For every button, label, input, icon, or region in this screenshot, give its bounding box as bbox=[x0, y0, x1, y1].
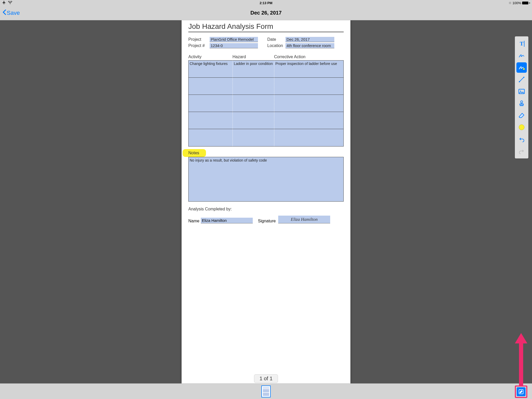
document-page[interactable]: Job Hazard Analysis Form Project PlanGri… bbox=[182, 20, 350, 383]
wifi-icon bbox=[8, 1, 12, 5]
corrective-cell[interactable] bbox=[274, 112, 343, 129]
status-time: 2:13 PM bbox=[260, 1, 272, 5]
signature-label: Signature bbox=[258, 219, 278, 223]
notes-field[interactable]: No injury as a result, but violation of … bbox=[188, 157, 344, 202]
activity-cell[interactable] bbox=[189, 95, 233, 112]
projectnum-label: Project # bbox=[188, 43, 210, 48]
signer-name-label: Name bbox=[188, 219, 201, 223]
chevron-left-icon bbox=[3, 9, 6, 17]
line-icon bbox=[518, 76, 525, 83]
hazard-cell[interactable] bbox=[233, 112, 274, 129]
hazard-table: Change lighting fixtures Ladder in poor … bbox=[188, 60, 344, 147]
stamp-tool-button[interactable] bbox=[516, 98, 527, 109]
bottom-bar bbox=[0, 383, 532, 399]
activity-header: Activity bbox=[188, 55, 232, 59]
annotation-toolbar: T bbox=[515, 36, 528, 158]
airplane-icon bbox=[2, 1, 6, 5]
page-indicator: 1 of 1 bbox=[254, 374, 278, 383]
redo-icon bbox=[518, 148, 525, 154]
hazard-cell[interactable] bbox=[233, 95, 274, 112]
stamp-icon bbox=[518, 100, 525, 107]
highlighter-tool-button[interactable] bbox=[516, 62, 527, 73]
date-label: Date bbox=[267, 37, 285, 42]
svg-point-6 bbox=[520, 90, 521, 91]
hazard-cell[interactable] bbox=[233, 129, 274, 146]
date-field[interactable]: Dec 26, 2017 bbox=[285, 37, 334, 42]
back-button[interactable]: Save bbox=[3, 9, 20, 17]
text-icon: T bbox=[520, 41, 523, 47]
highlighter-icon bbox=[518, 64, 525, 71]
project-label: Project bbox=[188, 37, 210, 42]
activity-cell[interactable]: Change lighting fixtures bbox=[189, 61, 233, 77]
eraser-icon bbox=[518, 112, 525, 118]
corrective-cell[interactable] bbox=[274, 78, 343, 95]
nav-bar: Save Dec 26, 2017 bbox=[0, 6, 532, 20]
hazard-cell[interactable] bbox=[233, 78, 274, 95]
notes-label: Notes bbox=[188, 151, 344, 155]
redo-button[interactable] bbox=[516, 146, 527, 156]
hazard-cell[interactable]: Ladder in poor condition bbox=[233, 61, 274, 77]
table-row[interactable] bbox=[189, 112, 343, 129]
eraser-tool-button[interactable] bbox=[516, 110, 527, 121]
signature-icon bbox=[518, 52, 525, 59]
corrective-cell[interactable]: Proper inspection of ladder before use bbox=[274, 61, 343, 77]
battery-icon bbox=[522, 2, 528, 4]
signature-field[interactable]: Eliza Hamilton bbox=[278, 216, 330, 223]
location-label: Location bbox=[267, 43, 285, 48]
corrective-cell[interactable] bbox=[274, 95, 343, 112]
color-swatch-icon bbox=[519, 124, 524, 130]
signer-name-field[interactable]: Eliza Hamilton bbox=[201, 218, 253, 223]
table-row[interactable] bbox=[189, 95, 343, 112]
freehand-tool-button[interactable] bbox=[516, 50, 527, 61]
color-picker-button[interactable] bbox=[516, 122, 527, 132]
svg-line-2 bbox=[519, 77, 524, 82]
page-title: Dec 26, 2017 bbox=[250, 10, 282, 16]
svg-point-4 bbox=[523, 77, 524, 78]
activity-cell[interactable] bbox=[189, 129, 233, 146]
svg-point-0 bbox=[523, 56, 524, 57]
page-thumbnail[interactable] bbox=[261, 385, 271, 397]
image-icon bbox=[518, 89, 525, 94]
bluetooth-icon: ✻ bbox=[509, 1, 511, 5]
form-title: Job Hazard Analysis Form bbox=[188, 22, 344, 32]
activity-cell[interactable] bbox=[189, 112, 233, 129]
table-row[interactable] bbox=[189, 78, 343, 95]
svg-point-1 bbox=[523, 68, 525, 70]
undo-icon bbox=[518, 136, 525, 142]
hazard-header: Hazard bbox=[232, 55, 274, 59]
projectnum-field[interactable]: 1234-0 bbox=[210, 43, 258, 48]
status-bar: 2:13 PM ✻ 100% bbox=[0, 0, 532, 6]
corrective-cell[interactable] bbox=[274, 129, 343, 146]
svg-point-7 bbox=[521, 101, 523, 103]
table-row[interactable]: Change lighting fixtures Ladder in poor … bbox=[189, 61, 343, 78]
text-tool-button[interactable]: T bbox=[516, 38, 527, 49]
project-field[interactable]: PlanGrid Office Remodel bbox=[210, 37, 258, 42]
svg-point-3 bbox=[519, 81, 520, 82]
corrective-header: Corrective Action bbox=[274, 55, 344, 59]
battery-percent: 100% bbox=[513, 1, 521, 5]
location-field[interactable]: 4th floor conference room bbox=[285, 43, 334, 48]
completed-label: Analysis Completed by: bbox=[188, 207, 344, 211]
undo-button[interactable] bbox=[516, 134, 527, 144]
svg-rect-8 bbox=[520, 104, 523, 105]
line-tool-button[interactable] bbox=[516, 74, 527, 85]
table-row[interactable] bbox=[189, 129, 343, 146]
back-label: Save bbox=[7, 10, 20, 16]
activity-cell[interactable] bbox=[189, 78, 233, 95]
document-viewport[interactable]: Job Hazard Analysis Form Project PlanGri… bbox=[0, 20, 532, 383]
image-tool-button[interactable] bbox=[516, 86, 527, 97]
